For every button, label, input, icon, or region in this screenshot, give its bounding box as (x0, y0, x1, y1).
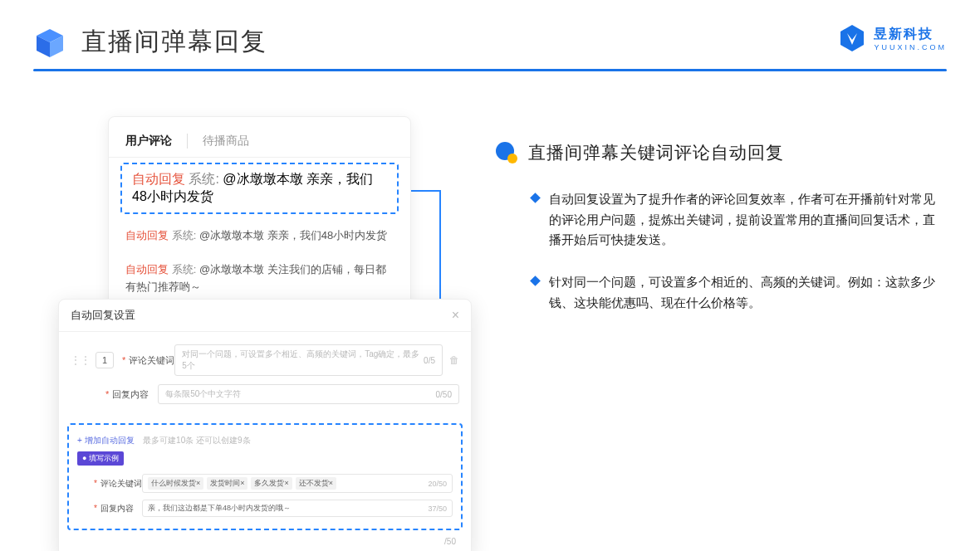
outer-count: /50 (59, 537, 471, 546)
keyword-tag[interactable]: 多久发货× (251, 477, 292, 490)
drag-handle-icon[interactable]: ⋮⋮ (71, 354, 91, 366)
brand-logo: 昱新科技 YUUXIN.COM (837, 23, 947, 53)
brand-name-en: YUUXIN.COM (874, 43, 947, 51)
keyword-label: 评论关键词 (129, 354, 174, 367)
auto-reply-label: 自动回复 (125, 263, 169, 276)
highlighted-comment: 自动回复 系统: @冰墩墩本墩 亲亲，我们48小时内发货 (120, 163, 399, 214)
cube-icon (33, 26, 66, 59)
example-box: + 增加自动回复 最多可建10条 还可以创建9条 ● 填写示例 * 评论关键词 … (67, 423, 463, 530)
example-keyword-label: 评论关键词 (100, 478, 142, 490)
keyword-tag[interactable]: 发货时间× (207, 477, 247, 490)
system-label: 系统: (172, 263, 197, 276)
rule-number: 1 (96, 352, 114, 368)
required-marker: * (105, 389, 109, 399)
example-keyword-input[interactable]: 什么时候发货× 发货时间× 多久发货× 还不发货× 20/50 (142, 474, 453, 493)
keyword-tag[interactable]: 什么时候发货× (148, 477, 203, 490)
auto-reply-label: 自动回复 (125, 229, 169, 241)
add-hint: 最多可建10条 还可以创建9条 (143, 436, 250, 445)
example-badge: ● 填写示例 (77, 451, 124, 466)
system-label: 系统: (172, 229, 197, 241)
comment-item: 自动回复 系统: @冰墩墩本墩 关注我们的店铺，每日都有热门推荐哟～ (109, 253, 410, 305)
example-reply-label: 回复内容 (100, 503, 142, 514)
bullet-text: 自动回复设置为了提升作者的评论回复效率，作者可在开播前针对常见的评论用户问题，提… (549, 189, 943, 251)
close-icon[interactable]: × (452, 308, 459, 323)
settings-title: 自动回复设置 (71, 308, 135, 323)
example-reply-input[interactable]: 亲，我们这边都是下单48小时内发货的哦～ 37/50 (142, 500, 453, 517)
keyword-tag[interactable]: 还不发货× (296, 477, 336, 490)
reply-input[interactable]: 每条限50个中文字符 0/50 (158, 384, 459, 404)
system-label: 系统: (189, 172, 218, 186)
bullet-text: 针对同一个问题，可设置多个相近的、高频的关键词。例如：这款多少钱、这块能优惠吗、… (549, 272, 943, 313)
add-auto-reply-link[interactable]: + 增加自动回复 (77, 436, 135, 445)
bullet-icon (530, 193, 541, 203)
bullet-icon (530, 276, 541, 286)
tab-pending-products[interactable]: 待播商品 (203, 134, 264, 149)
auto-reply-settings-card: 自动回复设置 × ⋮⋮ 1 * 评论关键词 对同一个问题，可设置多个相近、高频的… (58, 299, 472, 551)
brand-name-cn: 昱新科技 (874, 26, 947, 43)
delete-icon[interactable]: 🗑 (449, 354, 459, 366)
svg-point-4 (507, 154, 517, 163)
keyword-input[interactable]: 对同一个问题，可设置多个相近、高频的关键词，Tag确定，最多5个 0/5 (174, 344, 443, 376)
comment-card: 用户评论 待播商品 自动回复 系统: @冰墩墩本墩 亲亲，我们48小时内发货 自… (108, 116, 411, 324)
tab-user-comments[interactable]: 用户评论 (125, 134, 188, 149)
page-title: 直播间弹幕回复 (81, 25, 267, 59)
chat-bubble-icon (495, 141, 518, 164)
auto-reply-label: 自动回复 (132, 172, 185, 186)
comment-text: @冰墩墩本墩 亲亲，我们48小时内发货 (199, 229, 387, 241)
section-title: 直播间弹幕关键词评论自动回复 (528, 141, 784, 164)
header-divider (33, 69, 947, 71)
comment-item: 自动回复 系统: @冰墩墩本墩 亲亲，我们48小时内发货 (109, 219, 410, 253)
reply-content-label: 回复内容 (112, 388, 158, 401)
required-marker: * (122, 355, 125, 365)
